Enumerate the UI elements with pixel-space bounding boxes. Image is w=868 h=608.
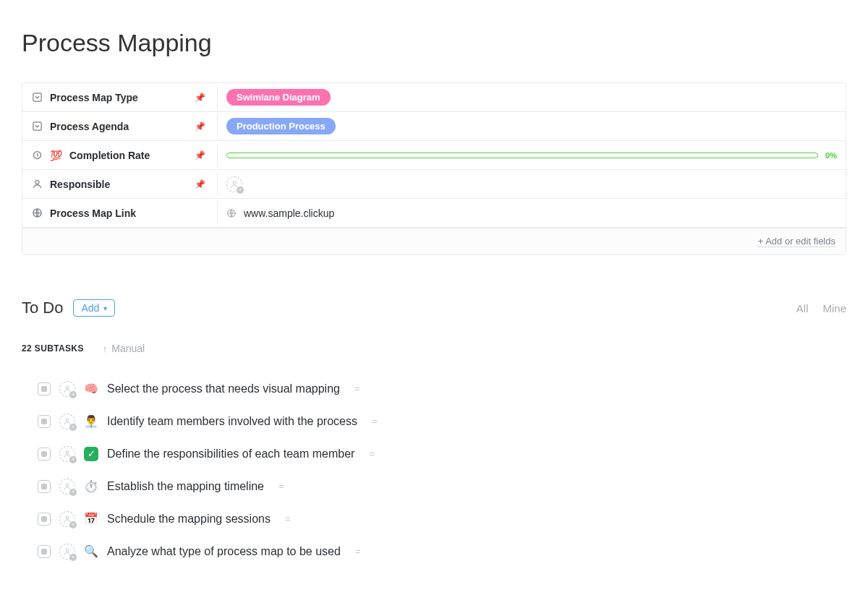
pin-icon[interactable]: 📌 [195,93,205,103]
check-icon: ✓ [84,447,98,461]
svg-point-8 [66,419,69,421]
svg-point-12 [66,549,69,552]
drag-handle-icon[interactable]: = [372,416,378,427]
task-title: Analyze what type of process map to be u… [107,545,341,558]
field-key: Process Map Type 📌 [22,86,218,109]
task-emoji-icon: 🔍 [84,544,98,558]
drag-handle-icon[interactable]: = [355,546,361,557]
svg-point-9 [66,451,69,454]
task-emoji-icon: 📅 [84,512,98,526]
field-value[interactable]: Swimlane Diagram [218,85,846,110]
drag-handle-icon[interactable]: = [278,481,284,492]
todo-section-header: To Do Add ▾ All Mine [22,299,846,317]
task-row[interactable]: +🧠Select the process that needs visual m… [38,372,846,405]
task-status-checkbox[interactable] [38,480,51,493]
drag-handle-icon[interactable]: = [354,383,360,394]
progress-bar[interactable] [226,153,818,158]
plus-badge-icon: + [69,424,77,431]
add-assignee-button[interactable]: + [226,176,242,192]
task-status-checkbox[interactable] [38,382,51,395]
field-value[interactable]: www.sample.clickup [218,203,846,223]
field-label: Process Map Link [50,207,208,219]
plus-badge-icon: + [69,391,77,398]
task-row[interactable]: +🔍Analyze what type of process map to be… [38,535,846,568]
field-label: Responsible [50,179,187,190]
sort-mode-label: Manual [111,343,145,354]
task-title: Schedule the mapping sessions [107,513,271,526]
svg-point-11 [66,516,69,519]
svg-point-10 [66,484,69,487]
task-list: +🧠Select the process that needs visual m… [38,372,846,568]
arrow-up-icon: ↑ [103,343,108,354]
task-assignee-button[interactable]: + [59,544,75,560]
filter-mine[interactable]: Mine [822,302,846,314]
task-assignee-button[interactable]: + [59,479,75,494]
svg-point-4 [233,181,236,184]
plus-badge-icon: + [69,521,77,528]
chevron-down-icon: ▾ [103,304,107,312]
hundred-emoji-icon: 💯 [50,150,62,160]
progress-percent-label: 0% [825,151,837,160]
plus-badge-icon: + [69,489,77,496]
field-label: Completion Rate [69,150,187,161]
add-task-button[interactable]: Add ▾ [73,299,115,317]
task-status-checkbox[interactable] [38,415,51,428]
task-row[interactable]: +⏱️Establish the mapping timeline= [38,470,846,502]
task-title: Select the process that needs visual map… [107,382,340,395]
pin-icon[interactable]: 📌 [195,121,205,132]
tag-process-agenda: Production Process [226,118,336,134]
progress-bar-container: 0% [226,151,837,160]
task-status-checkbox[interactable] [38,545,51,558]
add-button-label: Add [81,302,99,314]
field-value[interactable]: 0% [218,147,846,164]
field-label: Process Agenda [50,121,187,132]
svg-point-7 [66,386,69,389]
add-or-edit-fields-button[interactable]: + Add or edit fields [758,236,835,247]
task-row[interactable]: +✓Define the responsibilities of each te… [38,437,846,470]
field-value[interactable]: + [218,172,846,197]
task-emoji-icon: ⏱️ [84,479,98,493]
plus-badge-icon: + [69,554,77,561]
task-status-checkbox[interactable] [38,448,51,461]
pin-icon[interactable]: 📌 [195,150,205,160]
field-row-process-map-type: Process Map Type 📌 Swimlane Diagram [22,83,846,112]
task-title: Define the responsibilities of each team… [107,448,354,461]
dropdown-field-icon [31,92,43,103]
task-assignee-button[interactable]: + [59,414,75,429]
plus-badge-icon: + [69,456,77,463]
task-emoji-icon: 👨‍💼 [84,414,98,428]
field-row-process-map-link: Process Map Link www.sample.clickup [22,199,846,228]
task-row[interactable]: +📅Schedule the mapping sessions= [38,502,846,535]
custom-fields-panel: Process Map Type 📌 Swimlane Diagram Proc… [22,82,846,255]
fields-footer: + Add or edit fields [22,228,846,254]
person-field-icon [31,179,43,190]
progress-field-icon [31,150,43,161]
svg-point-3 [35,181,39,184]
field-key: Process Agenda 📌 [22,115,218,138]
task-assignee-button[interactable]: + [59,381,75,397]
task-status-checkbox[interactable] [38,513,51,526]
page-title: Process Mapping [22,29,846,57]
todo-title: To Do [22,299,63,317]
task-assignee-button[interactable]: + [59,511,75,527]
sort-mode-button[interactable]: ↑ Manual [103,343,145,354]
drag-handle-icon[interactable]: = [369,448,375,459]
link-text: www.sample.clickup [244,207,334,219]
task-assignee-button[interactable]: + [59,446,75,462]
field-value[interactable]: Production Process [218,114,846,139]
globe-icon [226,208,237,218]
pin-icon[interactable]: 📌 [195,179,205,189]
svg-rect-0 [33,93,41,101]
task-row[interactable]: +👨‍💼Identify team members involved with … [38,405,846,437]
todo-filters: All Mine [796,302,846,314]
filter-all[interactable]: All [796,302,809,314]
field-key: 💯 Completion Rate 📌 [22,144,218,167]
dropdown-field-icon [31,121,43,132]
subtasks-header: 22 SUBTASKS ↑ Manual [22,343,846,354]
drag-handle-icon[interactable]: = [285,513,291,524]
tag-process-map-type: Swimlane Diagram [226,89,331,106]
field-key: Responsible 📌 [22,173,218,196]
svg-rect-1 [33,122,41,130]
field-row-responsible: Responsible 📌 + [22,170,846,199]
field-key: Process Map Link [22,202,218,225]
